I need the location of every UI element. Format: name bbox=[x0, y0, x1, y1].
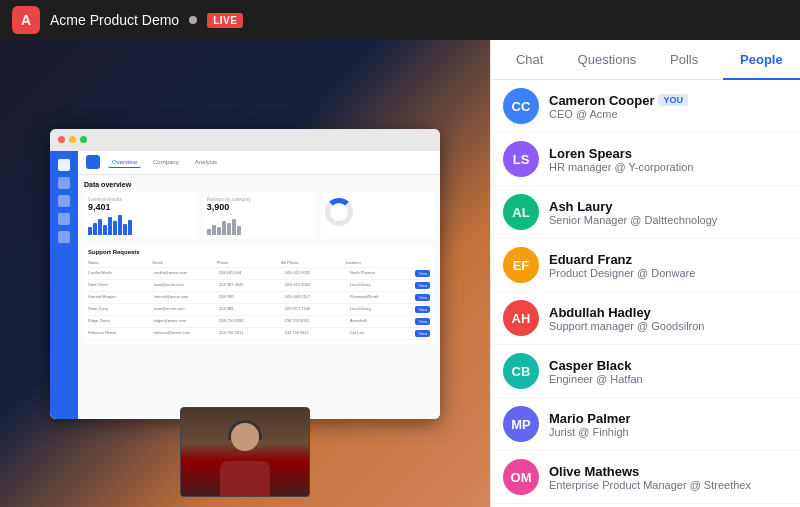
people-list: CCCameron CooperYOUCEO @ AcmeLSLoren Spe… bbox=[491, 80, 800, 507]
list-item[interactable]: ALAsh LaurySenior Manager @ Dalttechnolo… bbox=[491, 186, 800, 239]
avatar: EF bbox=[503, 247, 539, 283]
person-info: Olive MathewsEnterprise Product Manager … bbox=[549, 464, 788, 491]
bar-b2 bbox=[212, 225, 216, 235]
person-role: Senior Manager @ Dalttechnology bbox=[549, 214, 788, 226]
donut-chart bbox=[325, 198, 353, 226]
bar-7 bbox=[118, 215, 122, 235]
person-name: Eduard Franz bbox=[549, 252, 788, 267]
col-alt: Alt Phone bbox=[281, 260, 341, 265]
col-phone: Phone bbox=[217, 260, 277, 265]
live-dot bbox=[189, 16, 197, 24]
table-row: Edgar Grant edgar@acme.com 234 750 0092 … bbox=[88, 316, 430, 328]
browser-bar bbox=[50, 129, 440, 151]
avatar: OM bbox=[503, 459, 539, 495]
person-name: Loren Spears bbox=[549, 146, 788, 161]
sidebar-icon-1 bbox=[58, 177, 70, 189]
list-item[interactable]: CBCasper BlackEngineer @ Hatfan bbox=[491, 345, 800, 398]
list-item[interactable]: EFEduard FranzProduct Designer @ Donware bbox=[491, 239, 800, 292]
col-location: Location bbox=[346, 260, 406, 265]
nav-analysis: Analysis bbox=[191, 157, 221, 168]
tab-people[interactable]: People bbox=[723, 40, 800, 79]
row-btn-1[interactable]: View bbox=[415, 270, 430, 277]
table-row: Sean Curry sean@acme.com 234 389 34% 871… bbox=[88, 304, 430, 316]
person-name: Abdullah Hadley bbox=[549, 305, 788, 320]
stat-card-donut bbox=[321, 192, 434, 239]
person-role: CEO @ Acme bbox=[549, 108, 788, 120]
bar-b1 bbox=[207, 229, 211, 235]
thumbnail-video bbox=[180, 407, 310, 497]
person-info: Loren SpearsHR manager @ Y-corporation bbox=[549, 146, 788, 173]
tab-questions[interactable]: Questions bbox=[568, 40, 645, 79]
right-panel: Chat Questions Polls People CCCameron Co… bbox=[490, 40, 800, 507]
video-panel: Overview Company Analysis Data overview … bbox=[0, 40, 490, 507]
list-item[interactable]: LSLoren SpearsHR manager @ Y-corporation bbox=[491, 133, 800, 186]
person-name: Cameron CooperYOU bbox=[549, 93, 788, 108]
you-badge: YOU bbox=[658, 94, 688, 106]
sidebar-icon-2 bbox=[58, 195, 70, 207]
row-btn-4[interactable]: View bbox=[415, 306, 430, 313]
bar-b5 bbox=[227, 223, 231, 235]
table-row: Rebecca Reese rebecca@acme.com 234 756 5… bbox=[88, 328, 430, 340]
stat-card-1: General results 9,401 bbox=[84, 192, 197, 239]
app-body: Data overview General results 9,401 bbox=[78, 175, 440, 419]
browser-min-dot bbox=[69, 136, 76, 143]
person-role: Jurist @ Finhigh bbox=[549, 426, 788, 438]
table-row: Sara Oliver sara@acme.com 234 387 3647 3… bbox=[88, 280, 430, 292]
list-item[interactable]: AHAbdullah HadleySupport manager @ Goods… bbox=[491, 292, 800, 345]
person-info: Mario PalmerJurist @ Finhigh bbox=[549, 411, 788, 438]
tab-chat[interactable]: Chat bbox=[491, 40, 568, 79]
app-logo-sm bbox=[86, 155, 100, 169]
header-title: Acme Product Demo bbox=[50, 12, 179, 28]
row-btn-6[interactable]: View bbox=[415, 330, 430, 337]
list-item[interactable]: CCCameron CooperYOUCEO @ Acme bbox=[491, 80, 800, 133]
bar-b7 bbox=[237, 226, 241, 235]
person-info: Eduard FranzProduct Designer @ Donware bbox=[549, 252, 788, 279]
person-name: Ash Laury bbox=[549, 199, 788, 214]
browser-max-dot bbox=[80, 136, 87, 143]
mini-chart-2 bbox=[207, 215, 312, 235]
sidebar-icon-4 bbox=[58, 231, 70, 243]
screen-share-content: Overview Company Analysis Data overview … bbox=[50, 129, 440, 419]
app-sidebar bbox=[50, 151, 78, 419]
row-btn-5[interactable]: View bbox=[415, 318, 430, 325]
col-name: Name bbox=[88, 260, 148, 265]
list-item[interactable]: MPMario PalmerJurist @ Finhigh bbox=[491, 398, 800, 451]
bar-9 bbox=[128, 220, 132, 235]
avatar: AH bbox=[503, 300, 539, 336]
bar-1 bbox=[88, 227, 92, 235]
avatar: AL bbox=[503, 194, 539, 230]
bar-b6 bbox=[232, 219, 236, 235]
mini-chart-1 bbox=[88, 215, 193, 235]
sidebar-icon-3 bbox=[58, 213, 70, 225]
app-main-area: Overview Company Analysis Data overview … bbox=[78, 151, 440, 419]
person-role: Engineer @ Hatfan bbox=[549, 373, 788, 385]
person-video bbox=[181, 408, 309, 496]
row-btn-3[interactable]: View bbox=[415, 294, 430, 301]
nav-overview: Overview bbox=[108, 157, 141, 168]
person-role: HR manager @ Y-corporation bbox=[549, 161, 788, 173]
bar-5 bbox=[108, 217, 112, 235]
row-btn-2[interactable]: View bbox=[415, 282, 430, 289]
stat2-value: 3,900 bbox=[207, 202, 312, 212]
tabs-bar: Chat Questions Polls People bbox=[491, 40, 800, 80]
bar-3 bbox=[98, 219, 102, 235]
person-role: Product Designer @ Donware bbox=[549, 267, 788, 279]
bar-b3 bbox=[217, 227, 221, 235]
col-email: Email bbox=[152, 260, 212, 265]
support-table-title: Support Requests bbox=[88, 249, 430, 255]
table-header-row: Name Email Phone Alt Phone Location bbox=[88, 258, 430, 268]
app-header: A Acme Product Demo LIVE bbox=[0, 0, 800, 40]
person-name: Olive Mathews bbox=[549, 464, 788, 479]
person-name: Casper Black bbox=[549, 358, 788, 373]
live-badge: LIVE bbox=[207, 13, 243, 28]
nav-company: Company bbox=[149, 157, 183, 168]
list-item[interactable]: OMOlive MathewsEnterprise Product Manage… bbox=[491, 451, 800, 504]
table-row: Cecilia Worth cecilia@acme.com 234 645 6… bbox=[88, 268, 430, 280]
screen-share-area: Overview Company Analysis Data overview … bbox=[0, 40, 490, 507]
bar-4 bbox=[103, 225, 107, 235]
bar-b4 bbox=[222, 221, 226, 235]
bar-6 bbox=[113, 221, 117, 235]
person-role: Support manager @ Goodsilron bbox=[549, 320, 788, 332]
avatar: CC bbox=[503, 88, 539, 124]
tab-polls[interactable]: Polls bbox=[646, 40, 723, 79]
